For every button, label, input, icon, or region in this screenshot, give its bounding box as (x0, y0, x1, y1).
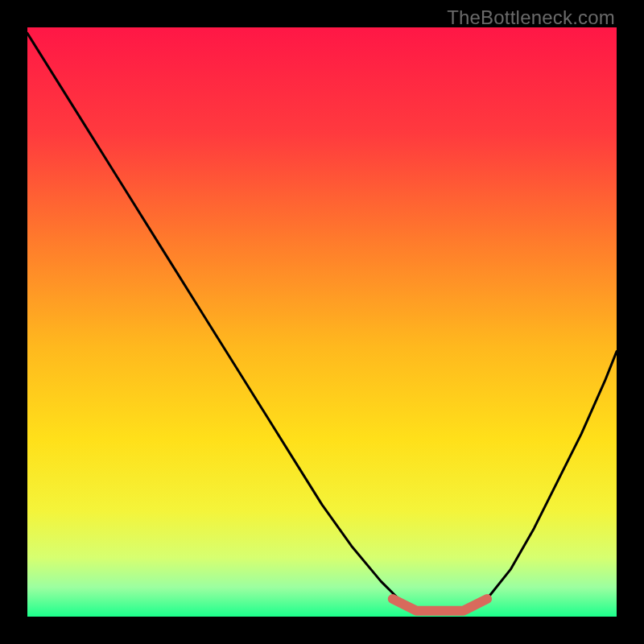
heat-gradient-bg (27, 27, 617, 617)
chart-plot-area (27, 27, 617, 617)
gradient-rect (27, 27, 617, 617)
watermark-text: TheBottleneck.com (447, 6, 615, 29)
